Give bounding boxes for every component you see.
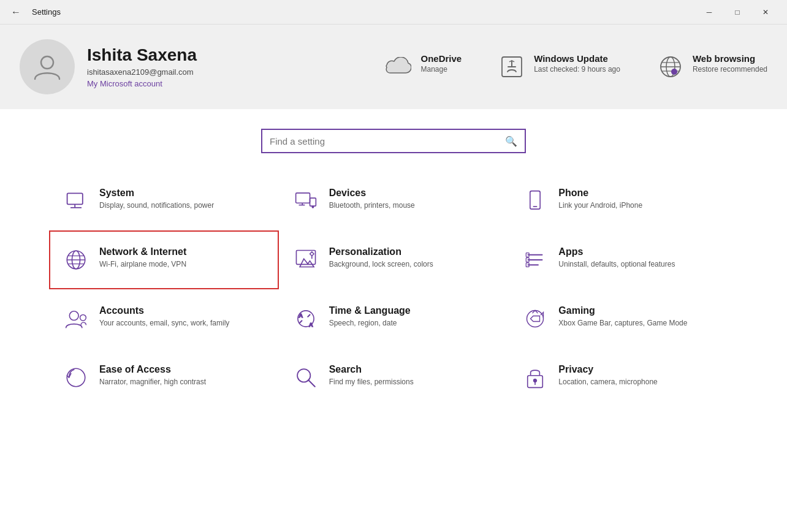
search-icon[interactable]: 🔍 (505, 135, 517, 147)
title-bar: ← Settings ─ □ ✕ (0, 0, 787, 25)
profile-email: ishitasaxena2109@gmail.com (87, 67, 197, 77)
web-browsing-sub: Restore recommended (693, 65, 767, 74)
quick-item-windows-update[interactable]: Windows Update Last checked: 9 hours ago (498, 53, 620, 80)
apps-sub: Uninstall, defaults, optional features (558, 259, 675, 270)
devices-sub: Bluetooth, printers, mouse (329, 200, 415, 211)
privacy-text: PrivacyLocation, camera, microphone (558, 364, 657, 387)
phone-sub: Link your Android, iPhone (558, 200, 642, 211)
search-icon (292, 364, 319, 391)
time-sub: Speech, region, date (329, 318, 411, 329)
privacy-icon (522, 364, 549, 391)
system-icon (63, 188, 89, 215)
profile-name: Ishita Saxena (87, 45, 197, 65)
windows-update-title: Windows Update (534, 53, 620, 64)
setting-item-phone[interactable]: PhoneLink your Android, iPhone (508, 172, 738, 230)
network-icon (63, 246, 89, 273)
privacy-sub: Location, camera, microphone (558, 377, 657, 387)
setting-item-system[interactable]: SystemDisplay, sound, notifications, pow… (49, 172, 279, 230)
phone-title: Phone (558, 188, 642, 199)
accounts-sub: Your accounts, email, sync, work, family (99, 318, 229, 329)
personalization-text: PersonalizationBackground, lock screen, … (329, 246, 433, 270)
setting-item-search[interactable]: SearchFind my files, permissions (279, 348, 509, 407)
web-browsing-title: Web browsing (693, 53, 767, 64)
windows-update-icon (498, 53, 525, 80)
svg-rect-11 (295, 193, 310, 203)
gaming-sub: Xbox Game Bar, captures, Game Mode (558, 318, 687, 329)
apps-icon (522, 246, 549, 273)
personalization-sub: Background, lock screen, colors (329, 259, 433, 270)
quick-item-web-browsing[interactable]: Web browsing Restore recommended (657, 53, 767, 80)
settings-grid: SystemDisplay, sound, notifications, pow… (0, 165, 787, 413)
setting-item-privacy[interactable]: PrivacyLocation, camera, microphone (508, 348, 738, 407)
window-controls: ─ □ ✕ (695, 0, 780, 25)
privacy-title: Privacy (558, 364, 657, 375)
profile-left: Ishita Saxena ishitasaxena2109@gmail.com… (20, 39, 385, 94)
profile-info: Ishita Saxena ishitasaxena2109@gmail.com… (87, 45, 197, 88)
phone-icon (522, 188, 549, 215)
accounts-title: Accounts (99, 305, 229, 316)
ease-title: Ease of Access (99, 364, 206, 375)
profile-banner: Ishita Saxena ishitasaxena2109@gmail.com… (0, 25, 787, 109)
time-title: Time & Language (329, 305, 411, 316)
network-text: Network & InternetWi-Fi, airplane mode, … (99, 246, 186, 270)
devices-title: Devices (329, 188, 415, 199)
user-icon (32, 51, 63, 82)
gaming-title: Gaming (558, 305, 687, 316)
apps-text: AppsUninstall, defaults, optional featur… (558, 246, 675, 270)
svg-point-37 (67, 368, 85, 386)
svg-point-36 (527, 311, 544, 327)
setting-item-devices[interactable]: DevicesBluetooth, printers, mouse (279, 172, 509, 230)
devices-text: DevicesBluetooth, printers, mouse (329, 188, 415, 211)
svg-text:A: A (298, 313, 303, 319)
close-button[interactable]: ✕ (751, 0, 780, 25)
apps-title: Apps (558, 246, 675, 257)
windows-update-sub: Last checked: 9 hours ago (534, 65, 620, 74)
search-input[interactable] (270, 136, 500, 146)
svg-point-32 (80, 314, 86, 321)
microsoft-account-link[interactable]: My Microsoft account (87, 79, 197, 88)
accounts-text: AccountsYour accounts, email, sync, work… (99, 305, 229, 329)
devices-icon (292, 188, 319, 215)
setting-item-ease[interactable]: Ease of AccessNarrator, magnifier, high … (49, 348, 279, 407)
accounts-icon (63, 305, 89, 332)
web-browsing-text: Web browsing Restore recommended (693, 53, 767, 74)
phone-text: PhoneLink your Android, iPhone (558, 188, 642, 211)
onedrive-sub: Manage (420, 65, 462, 74)
setting-item-accounts[interactable]: AccountsYour accounts, email, sync, work… (49, 289, 279, 348)
system-title: System (99, 188, 214, 199)
setting-item-time[interactable]: A A Time & LanguageSpeech, region, date (279, 289, 509, 348)
svg-line-39 (308, 380, 315, 387)
quick-item-onedrive[interactable]: OneDrive Manage (385, 53, 462, 80)
search-title: Search (329, 364, 414, 375)
system-sub: Display, sound, notifications, power (99, 200, 214, 211)
network-title: Network & Internet (99, 246, 186, 257)
maximize-button[interactable]: □ (723, 0, 751, 25)
onedrive-icon (385, 53, 412, 80)
time-icon: A A (292, 305, 319, 332)
setting-item-apps[interactable]: AppsUninstall, defaults, optional featur… (508, 230, 738, 289)
onedrive-text: OneDrive Manage (420, 53, 462, 74)
search-sub: Find my files, permissions (329, 377, 414, 387)
time-text: Time & LanguageSpeech, region, date (329, 305, 411, 329)
search-text: SearchFind my files, permissions (329, 364, 414, 387)
title-bar-title: Settings (32, 7, 61, 17)
minimize-button[interactable]: ─ (695, 0, 723, 25)
ease-icon (63, 364, 89, 391)
back-button[interactable]: ← (7, 4, 25, 21)
gaming-text: GamingXbox Game Bar, captures, Game Mode (558, 305, 687, 329)
title-bar-left: ← Settings (7, 4, 61, 21)
system-text: SystemDisplay, sound, notifications, pow… (99, 188, 214, 211)
setting-item-network[interactable]: Network & InternetWi-Fi, airplane mode, … (49, 230, 279, 289)
svg-point-7 (671, 69, 677, 75)
search-box[interactable]: 🔍 (261, 129, 526, 153)
windows-update-text: Windows Update Last checked: 9 hours ago (534, 53, 620, 74)
setting-item-gaming[interactable]: GamingXbox Game Bar, captures, Game Mode (508, 289, 738, 348)
setting-item-personalization[interactable]: PersonalizationBackground, lock screen, … (279, 230, 509, 289)
svg-point-15 (312, 207, 313, 208)
avatar (20, 39, 75, 94)
personalization-icon (292, 246, 319, 273)
search-area: 🔍 (0, 109, 787, 165)
gaming-icon (522, 305, 549, 332)
svg-text:A: A (309, 322, 313, 328)
svg-rect-12 (310, 198, 316, 206)
